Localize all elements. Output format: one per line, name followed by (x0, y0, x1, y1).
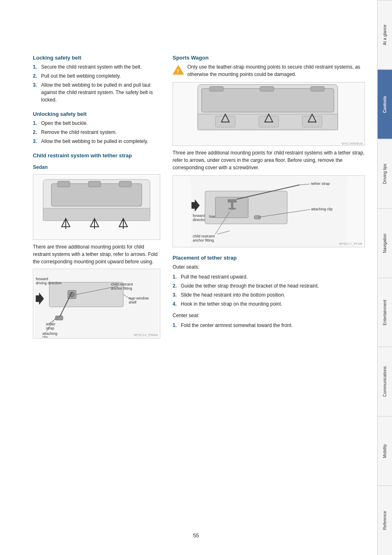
outer-steps: 1.Pull the head restraint upward. 2.Guid… (173, 273, 365, 308)
svg-rect-39 (311, 87, 325, 92)
sw-diagram-id: WXC34569UA (173, 142, 364, 145)
sw-detail-id: BPSC17_PFSR (339, 242, 362, 246)
sports-wagon-title: Sports Wagon (173, 55, 365, 61)
child-restraint-title: Child restraint system with tether strap (33, 152, 160, 159)
sidebar-tab-entertainment[interactable]: Entertainment (378, 278, 392, 347)
svg-text:child restraint: child restraint (193, 234, 215, 238)
center-seat-label: Center seat: (173, 312, 365, 319)
page-number: 55 (193, 532, 199, 539)
outer-step-1: 1.Pull the head restraint upward. (173, 273, 365, 281)
left-column: Locking safety belt 1.Secure the child r… (33, 25, 160, 539)
sedan-subtitle: Sedan (33, 164, 160, 170)
outer-step-3: 3.Slide the head restraint into the bott… (173, 291, 365, 299)
sidebar-tab-reference[interactable]: Reference (378, 486, 392, 555)
locking-step-1: 1.Secure the child restraint system with… (33, 63, 160, 71)
sedan-desc: There are three additional mounting poin… (33, 243, 160, 265)
sports-wagon-detail-diagram: forward driving direction load area floo… (173, 175, 365, 247)
svg-text:anchor fitting: anchor fitting (193, 238, 214, 242)
unlocking-step-3: 3.Allow the belt webbing to be pulled in… (33, 138, 160, 145)
main-content: Locking safety belt 1.Secure the child r… (0, 0, 377, 555)
svg-text:tether: tether (46, 322, 55, 326)
sidebar: At a glance Controls Driving tips Naviga… (377, 0, 392, 555)
sedan-detail-diagram: forward driving direction tether strap a… (33, 269, 160, 339)
warning-box: ! Only use the teather-strap mounting po… (173, 63, 365, 78)
svg-rect-57 (254, 216, 261, 219)
unlocking-title: Unlocking safety belt (33, 111, 160, 117)
center-steps: 1.Fold the center armrest somewhat towar… (173, 322, 365, 329)
sedan-diagram-id: BPSC14_PNMA (134, 333, 158, 337)
right-column: Sports Wagon ! Only use the teather-stra… (173, 25, 365, 539)
svg-text:anchor fitting: anchor fitting (111, 286, 132, 290)
svg-rect-1 (43, 208, 150, 221)
warning-icon: ! (173, 64, 184, 76)
svg-text:shelf: shelf (129, 300, 137, 304)
svg-rect-3 (58, 181, 70, 187)
svg-text:clip: clip (42, 335, 48, 338)
sidebar-tab-communications[interactable]: Communications (378, 347, 392, 416)
svg-text:!: ! (177, 68, 179, 74)
svg-text:forward: forward (36, 277, 48, 281)
sedan-svg (35, 175, 158, 239)
warning-text: Only use the teather-strap mounting poin… (187, 63, 365, 78)
svg-text:direction: direction (193, 218, 207, 222)
sidebar-tab-at-a-glance[interactable]: At a glance (378, 0, 392, 69)
sports-wagon-top-diagram: WXC34569UA (173, 82, 365, 146)
locking-title: Locking safety belt (33, 55, 160, 61)
outer-step-2: 2.Guide the tether strap through the bra… (173, 282, 365, 290)
svg-rect-54 (228, 199, 237, 203)
sports-wagon-desc: Three are three additional mounting poin… (173, 149, 365, 171)
locking-step-2: 2.Pull out the belt webbing completely. (33, 72, 160, 80)
svg-text:driving direction: driving direction (36, 281, 62, 285)
unlocking-steps: 1.Open the belt buckle. 2.Remove the chi… (33, 120, 160, 145)
sidebar-tab-mobility[interactable]: Mobility (378, 416, 392, 486)
center-step-1: 1.Fold the center armrest somewhat towar… (173, 322, 365, 329)
sedan-diagram (33, 174, 160, 240)
unlocking-step-2: 2.Remove the child restraint system. (33, 129, 160, 136)
svg-text:strap: strap (46, 326, 54, 330)
svg-text:rear-window: rear-window (129, 296, 149, 300)
svg-text:child restraint: child restraint (111, 282, 133, 286)
svg-text:tether strap: tether strap (311, 182, 330, 186)
svg-rect-37 (210, 87, 224, 92)
placement-title: Placement of tether strap (173, 255, 365, 261)
outer-seats-label: Outer seats: (173, 263, 365, 271)
sidebar-tab-navigation[interactable]: Navigation (378, 208, 392, 278)
sidebar-tab-controls[interactable]: Controls (378, 69, 392, 139)
svg-rect-56 (228, 208, 236, 210)
svg-rect-4 (88, 181, 101, 187)
svg-rect-38 (260, 87, 274, 92)
sports-wagon-detail-svg: forward driving direction load area floo… (191, 177, 347, 246)
locking-step-3: 3.Allow the belt webbing to be pulled in… (33, 81, 160, 104)
sedan-detail-svg: forward driving direction tether strap a… (35, 270, 158, 338)
svg-rect-5 (119, 181, 131, 187)
sidebar-tab-driving-tips[interactable]: Driving tips (378, 139, 392, 208)
svg-text:attaching clip: attaching clip (311, 207, 333, 211)
svg-rect-36 (202, 88, 334, 112)
page-wrapper: Locking safety belt 1.Secure the child r… (0, 0, 392, 555)
sports-wagon-top-svg (191, 83, 347, 142)
locking-steps: 1.Secure the child restraint system with… (33, 63, 160, 104)
outer-step-4: 4.Hook in the tether strap on the mounti… (173, 300, 365, 308)
unlocking-step-1: 1.Open the belt buckle. (33, 120, 160, 127)
